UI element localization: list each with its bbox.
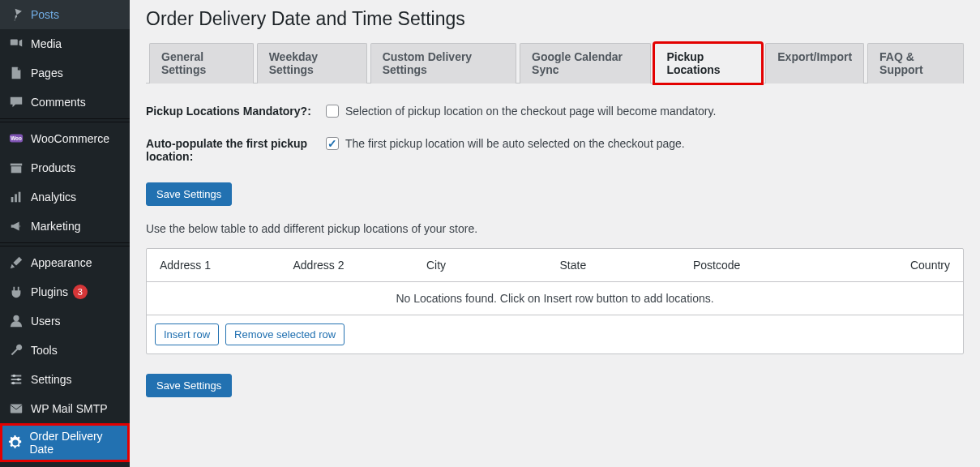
sidebar-item-users[interactable]: Users	[0, 306, 130, 336]
chart-icon	[8, 189, 24, 205]
sidebar-item-appearance[interactable]: Appearance	[0, 248, 130, 277]
table-header: Address 1 Address 2 City State Postcode …	[147, 249, 963, 282]
desc-autopopulate: The first pickup location will be auto s…	[345, 137, 685, 150]
sidebar-item-label: Products	[31, 161, 75, 174]
sidebar-item-label: Appearance	[31, 256, 92, 269]
pickup-locations-table: Address 1 Address 2 City State Postcode …	[146, 248, 964, 354]
user-icon	[8, 313, 24, 329]
sidebar-item-pages[interactable]: Pages	[0, 58, 130, 88]
label-autopopulate: Auto-populate the first pickup location:	[146, 137, 326, 163]
sidebar-item-label: Order Delivery Date	[29, 430, 122, 456]
sidebar-item-marketing[interactable]: Marketing	[0, 212, 130, 241]
table-helper-text: Use the below table to add different pic…	[146, 222, 964, 235]
svg-point-9	[13, 375, 16, 378]
comment-icon	[8, 94, 24, 110]
tab-weekday-settings[interactable]: Weekday Settings	[257, 43, 367, 84]
svg-rect-0	[11, 40, 18, 45]
sidebar-item-label: Users	[31, 315, 61, 328]
checkbox-autopopulate[interactable]	[326, 137, 339, 150]
sidebar-item-label: Comments	[31, 96, 86, 109]
tab-general-settings[interactable]: General Settings	[149, 43, 254, 84]
page-title: Order Delivery Date and Time Settings	[146, 8, 964, 30]
wrench-icon	[8, 342, 24, 358]
sidebar-item-products[interactable]: Products	[0, 153, 130, 182]
svg-rect-5	[11, 197, 14, 202]
sidebar-item-label: Analytics	[31, 191, 76, 204]
svg-rect-3	[11, 164, 22, 166]
sliders-icon	[8, 371, 24, 388]
brush-icon	[8, 255, 24, 271]
svg-rect-12	[11, 405, 22, 413]
sidebar-item-settings[interactable]: Settings	[0, 365, 130, 394]
desc-pickup-mandatory: Selection of pickup location on the chec…	[345, 105, 716, 118]
sidebar-item-label: Marketing	[31, 220, 80, 233]
media-icon	[8, 36, 24, 52]
sidebar-item-posts[interactable]: Posts	[0, 0, 130, 29]
tab-pickup-locations[interactable]: Pickup Locations	[654, 43, 762, 84]
sidebar-item-label: Pages	[31, 66, 63, 79]
checkbox-pickup-mandatory[interactable]	[326, 105, 339, 118]
table-footer: Insert row Remove selected row	[147, 315, 963, 353]
svg-point-10	[17, 378, 20, 381]
table-empty-state: No Locations found. Click on Insert row …	[147, 282, 963, 315]
pin-icon	[8, 6, 24, 23]
sidebar-item-media[interactable]: Media	[0, 29, 130, 58]
save-settings-button-bottom[interactable]: Save Settings	[146, 374, 232, 397]
save-settings-button-top[interactable]: Save Settings	[146, 182, 232, 206]
sidebar-item-label: Plugins	[31, 285, 68, 298]
megaphone-icon	[8, 218, 24, 234]
woo-icon: Woo	[8, 131, 24, 147]
col-address-1: Address 1	[155, 259, 289, 272]
sidebar-item-wpmailsmtp[interactable]: WP Mail SMTP	[0, 394, 130, 423]
tab-export-import[interactable]: Export/Import	[765, 43, 864, 84]
row-pickup-mandatory: Pickup Locations Mandatory?: Selection o…	[146, 105, 964, 118]
admin-sidebar: Posts Media Pages Comments Woo WooCommer…	[0, 0, 130, 467]
tabs-nav: General Settings Weekday Settings Custom…	[146, 43, 964, 84]
sidebar-item-label: Media	[31, 37, 62, 50]
page-icon	[8, 65, 24, 81]
archive-icon	[8, 160, 24, 176]
update-badge: 3	[73, 285, 88, 299]
sidebar-item-order-delivery-date[interactable]: Order Delivery Date	[0, 423, 130, 462]
tab-custom-delivery-settings[interactable]: Custom Delivery Settings	[370, 43, 516, 84]
svg-point-8	[13, 315, 19, 321]
sidebar-item-analytics[interactable]: Analytics	[0, 182, 130, 212]
mail-icon	[8, 401, 24, 417]
row-autopopulate: Auto-populate the first pickup location:…	[146, 137, 964, 163]
sidebar-item-tools[interactable]: Tools	[0, 336, 130, 365]
sidebar-item-label: WooCommerce	[31, 132, 109, 145]
svg-rect-4	[11, 166, 22, 173]
svg-text:Woo: Woo	[11, 135, 22, 141]
remove-selected-row-button[interactable]: Remove selected row	[225, 323, 344, 345]
sidebar-separator	[0, 118, 130, 122]
tab-google-calendar-sync[interactable]: Google Calendar Sync	[520, 43, 651, 84]
tab-faq-support[interactable]: FAQ & Support	[867, 43, 964, 84]
svg-point-11	[12, 382, 15, 385]
sidebar-item-woocommerce[interactable]: Woo WooCommerce	[0, 124, 130, 153]
main-content: Order Delivery Date and Time Settings Ge…	[130, 0, 980, 467]
settings-form: Pickup Locations Mandatory?: Selection o…	[146, 105, 964, 397]
sidebar-item-label: Posts	[31, 8, 59, 21]
svg-rect-6	[15, 194, 17, 202]
plugin-icon	[8, 284, 24, 300]
label-pickup-mandatory: Pickup Locations Mandatory?:	[146, 105, 326, 118]
svg-rect-7	[19, 192, 21, 203]
sidebar-item-label: WP Mail SMTP	[31, 402, 108, 415]
col-country: Country	[822, 259, 956, 272]
col-postcode: Postcode	[688, 259, 822, 272]
sidebar-item-plugins[interactable]: Plugins 3	[0, 277, 130, 306]
col-state: State	[555, 259, 689, 272]
sidebar-item-comments[interactable]: Comments	[0, 88, 130, 117]
gear-icon	[8, 435, 23, 451]
col-address-2: Address 2	[289, 259, 422, 272]
sidebar-item-label: Tools	[31, 344, 58, 357]
col-city: City	[422, 259, 555, 272]
insert-row-button[interactable]: Insert row	[155, 323, 219, 345]
sidebar-separator	[0, 242, 130, 246]
sidebar-item-label: Settings	[31, 373, 72, 386]
